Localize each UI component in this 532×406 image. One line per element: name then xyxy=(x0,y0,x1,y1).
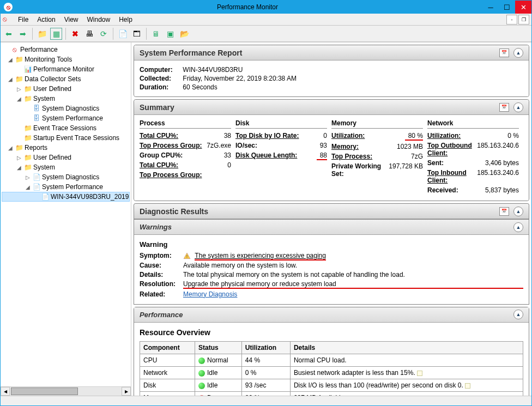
computer-value: WIN-344VU98D3RU xyxy=(183,66,243,74)
report-info-panel: System Performance Report 📅 ▲ Computer: … xyxy=(134,45,529,97)
warning-body: Warning Symptom: ! The system is experie… xyxy=(134,235,529,304)
view-pane-icon[interactable]: ▦ xyxy=(50,28,62,40)
symptom-text: The system is experiencing excessive pag… xyxy=(195,252,326,260)
menu-window[interactable]: Window xyxy=(83,15,115,25)
menu-view[interactable]: View xyxy=(60,15,83,25)
summary-disk: Disk Top Disk by IO Rate:0 IO/sec:93 Dis… xyxy=(235,119,331,196)
scroll-left-icon[interactable]: ◀ xyxy=(1,387,10,396)
delete-icon[interactable]: ✖ xyxy=(69,28,81,40)
calendar-icon: 📅 xyxy=(499,49,509,57)
scroll-thumb[interactable] xyxy=(11,387,78,395)
menu-file[interactable]: File xyxy=(14,15,33,25)
monitor-icon[interactable]: 🗔 xyxy=(131,28,143,40)
summary-network: Network Utilization:0 % Top Outbound Cli… xyxy=(427,119,523,196)
sidebar-scrollbar[interactable]: ◀ ▶ xyxy=(1,386,131,396)
tree-system-diag-1[interactable]: 🗄System Diagnostics xyxy=(2,104,130,113)
refresh-icon[interactable]: ⟳ xyxy=(98,28,110,40)
tree-system-perf-2[interactable]: ◢📄System Performance xyxy=(2,182,130,192)
summary-header: Summary 📅 ▲ xyxy=(134,100,529,115)
mdi-minimize-button[interactable]: - xyxy=(506,15,517,25)
menu-help[interactable]: Help xyxy=(114,15,137,25)
resource-table: Component Status Utilization Details CPU… xyxy=(140,341,523,396)
back-icon[interactable]: ⬅ xyxy=(3,28,15,40)
tree-root[interactable]: ⦸Performance xyxy=(2,45,130,54)
related-link[interactable]: Memory Diagnosis xyxy=(183,290,237,298)
collapse-button[interactable]: ▲ xyxy=(513,207,523,216)
forward-icon[interactable]: ➡ xyxy=(17,28,29,40)
warning-title: Warning xyxy=(140,240,523,249)
col-util: Utilization xyxy=(241,341,290,354)
resource-body: Resource Overview Component Status Utili… xyxy=(134,323,529,396)
main-area: ⦸Performance ◢📁Monitoring Tools 📊Perform… xyxy=(1,42,531,396)
app-menu-icon: ⦸ xyxy=(3,15,11,24)
col-status: Status xyxy=(195,341,241,354)
summary-memory: Memory Utilization:80 % Memory:1023 MB T… xyxy=(331,119,427,196)
diagnostic-header: Diagnostic Results 📅 ▲ xyxy=(134,204,529,219)
app-window: ⦸ Performance Monitor ─ ☐ ✕ ⦸ File Actio… xyxy=(0,0,532,406)
tree-system-diag-2[interactable]: ▷📄System Diagnostics xyxy=(2,172,130,182)
summary-panel: Summary 📅 ▲ Process Total CPU%:38 Top Pr… xyxy=(134,99,529,201)
details-text: The total physical memory on the system … xyxy=(183,271,523,278)
table-row: MemoryBusy80 %207 MB Available. xyxy=(140,391,523,396)
report-info-body: Computer: WIN-344VU98D3RU Collected: Fri… xyxy=(134,60,529,96)
statusbar xyxy=(1,396,531,405)
summary-title: Summary xyxy=(140,103,174,112)
collected-value: Friday, November 22, 2019 8:20:38 AM xyxy=(183,75,297,82)
resolution-text: Upgrade the physical memory or reduce sy… xyxy=(183,280,523,289)
collapse-button[interactable]: ▲ xyxy=(513,222,523,232)
tree-performance-monitor[interactable]: 📊Performance Monitor xyxy=(2,64,130,74)
col-component: Component xyxy=(140,341,195,354)
performance-group: Performance ▲ Resource Overview Componen… xyxy=(134,307,529,396)
warnings-header: Warnings ▲ xyxy=(134,220,529,235)
print-icon[interactable]: 🖶 xyxy=(83,28,95,40)
resource-title: Resource Overview xyxy=(140,328,523,337)
collapse-button[interactable]: ▲ xyxy=(513,48,523,58)
tree-reports[interactable]: ◢📁Reports xyxy=(2,143,130,153)
menu-action[interactable]: Action xyxy=(33,15,59,25)
status-dot-icon xyxy=(198,357,205,364)
report-header: System Performance Report 📅 ▲ xyxy=(134,45,529,60)
status-dot-icon xyxy=(198,383,205,389)
performance-header: Performance ▲ xyxy=(134,307,529,323)
note-icon xyxy=(465,383,470,389)
status-dot-icon xyxy=(198,370,205,377)
minimize-button[interactable]: ─ xyxy=(482,1,499,14)
maximize-button[interactable]: ☐ xyxy=(499,1,515,14)
data-icon[interactable]: 🖥 xyxy=(150,28,162,40)
summary-process: Process Total CPU%:38 Top Process Group:… xyxy=(140,119,235,196)
collapse-button[interactable]: ▲ xyxy=(513,310,523,319)
tree-selected-report[interactable]: 📄WIN-344VU98D3RU_2019 xyxy=(2,192,130,202)
table-row: NetworkIdle0 %Busiest network adapter is… xyxy=(140,366,523,379)
col-details: Details xyxy=(290,341,523,354)
tree-system-2[interactable]: ◢📁System xyxy=(2,162,130,172)
stop-icon[interactable]: ▣ xyxy=(164,28,176,40)
close-button[interactable]: ✕ xyxy=(515,1,531,14)
performance-title: Performance xyxy=(140,311,183,319)
tree-monitoring-tools[interactable]: ◢📁Monitoring Tools xyxy=(2,54,130,64)
collapse-button[interactable]: ▲ xyxy=(513,102,523,112)
table-row: DiskIdle93 /secDisk I/O is less than 100… xyxy=(140,379,523,391)
calendar-icon: 📅 xyxy=(499,207,509,216)
mdi-restore-button[interactable]: ❐ xyxy=(518,15,529,25)
tree-system-perf-1[interactable]: 🗄System Performance xyxy=(2,113,130,123)
app-icon: ⦸ xyxy=(4,3,13,11)
warning-icon: ! xyxy=(183,252,191,260)
tree-ets[interactable]: 📁Event Trace Sessions xyxy=(2,123,130,133)
properties-icon[interactable]: 📄 xyxy=(117,28,129,40)
svg-text:!: ! xyxy=(186,254,188,258)
summary-body: Process Total CPU%:38 Top Process Group:… xyxy=(134,115,529,201)
cause-text: Available memory on the system is low. xyxy=(183,262,523,269)
menubar: ⦸ File Action View Window Help - ❐ xyxy=(1,14,531,26)
tree-dcs[interactable]: ◢📁Data Collector Sets xyxy=(2,74,130,84)
diagnostic-panel: Diagnostic Results 📅 ▲ xyxy=(134,203,529,219)
warnings-title: Warnings xyxy=(140,223,172,231)
open-folder-icon[interactable]: 📂 xyxy=(178,28,190,40)
tree-system-1[interactable]: ◢📁System xyxy=(2,94,130,104)
warnings-group: Warnings ▲ Warning Symptom: ! The system… xyxy=(134,219,529,305)
calendar-icon: 📅 xyxy=(499,103,509,112)
scroll-right-icon[interactable]: ▶ xyxy=(122,387,131,396)
folder-up-icon[interactable]: 📁 xyxy=(36,28,48,40)
tree-user-defined-2[interactable]: ▷📁User Defined xyxy=(2,153,130,162)
tree-user-defined-1[interactable]: ▷📁User Defined xyxy=(2,84,130,94)
tree-sets[interactable]: 📁Startup Event Trace Sessions xyxy=(2,133,130,143)
